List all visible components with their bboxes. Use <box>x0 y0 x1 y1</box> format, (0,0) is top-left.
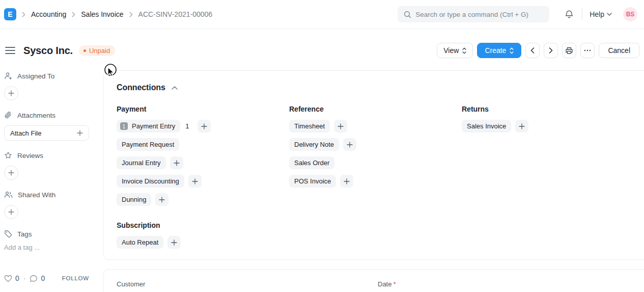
customer-field: Customer <box>117 280 378 292</box>
user-avatar[interactable]: BS <box>623 7 637 21</box>
plus-icon <box>159 197 165 203</box>
shared-with-label: Shared With <box>18 191 55 199</box>
connection-row: POS Invoice <box>289 175 462 188</box>
connection-row: Journal Entry <box>117 156 289 169</box>
plus-icon <box>344 178 350 184</box>
add-invoice-discounting-button[interactable] <box>188 175 202 188</box>
comment-count: 0 <box>41 274 45 282</box>
add-journal-entry-button[interactable] <box>170 156 183 169</box>
chevron-right-icon <box>72 12 75 17</box>
like-heart-icon[interactable] <box>4 275 12 282</box>
search-input[interactable]: Search or type a command (Ctrl + G) <box>398 6 549 22</box>
plus-icon <box>8 170 14 176</box>
assigned-to-label: Assigned To <box>17 72 54 80</box>
previous-document-button[interactable] <box>525 43 540 58</box>
group-title: Returns <box>462 105 634 113</box>
add-timesheet-button[interactable] <box>334 120 347 132</box>
add-review-button[interactable] <box>4 166 18 180</box>
add-assignment-button[interactable] <box>4 86 18 100</box>
plus-icon <box>77 130 83 136</box>
plus-icon <box>347 142 353 148</box>
print-button[interactable] <box>562 43 576 58</box>
link-payment-entry[interactable]: 1 Payment Entry <box>117 120 180 132</box>
app-logo-letter: E <box>8 10 12 18</box>
reviews-section: Reviews <box>4 151 89 180</box>
connection-row: Payment Request <box>117 138 289 151</box>
more-options-button[interactable] <box>580 43 595 58</box>
link-pos-invoice[interactable]: POS Invoice <box>289 175 336 188</box>
tag-icon <box>4 230 12 238</box>
shared-with-section: Shared With <box>4 191 89 219</box>
notifications-bell-icon[interactable] <box>565 10 574 19</box>
connections-grid: Payment 1 Payment Entry 1 Payment Reques… <box>117 105 639 211</box>
connections-group-reference: Reference Timesheet Delivery Note <box>289 105 462 211</box>
link-journal-entry[interactable]: Journal Entry <box>117 156 166 169</box>
page-header: Sysco Inc. Unpaid View Create Cancel <box>0 29 644 61</box>
page-title: Sysco Inc. <box>23 45 73 57</box>
chevron-right-icon <box>129 12 133 17</box>
link-timesheet[interactable]: Timesheet <box>289 120 330 132</box>
add-tag-input[interactable]: Add a tag ... <box>4 244 89 251</box>
connections-card: Connections Payment 1 Payment Entry 1 <box>103 70 644 260</box>
add-payment-entry-button[interactable] <box>198 120 211 132</box>
star-icon <box>4 151 12 160</box>
add-sales-invoice-return-button[interactable] <box>515 120 528 132</box>
sort-chevrons-icon <box>510 47 514 54</box>
status-dot-icon <box>83 49 86 52</box>
connection-row: Dunning <box>117 193 289 206</box>
link-dunning[interactable]: Dunning <box>117 193 151 206</box>
ellipsis-icon <box>584 49 591 51</box>
link-invoice-discounting[interactable]: Invoice Discounting <box>117 175 184 188</box>
date-field: Date* <box>378 280 639 292</box>
tags-section: Tags Add a tag ... <box>4 230 89 251</box>
add-auto-repeat-button[interactable] <box>167 236 181 249</box>
chevron-left-icon <box>530 47 535 54</box>
breadcrumb-accounting[interactable]: Accounting <box>31 10 66 18</box>
navbar-divider <box>582 8 582 20</box>
attachments-section: Attachments Attach File <box>4 111 89 141</box>
attach-file-button[interactable]: Attach File <box>4 125 89 141</box>
search-placeholder: Search or type a command (Ctrl + G) <box>415 11 528 18</box>
follow-button[interactable]: FOLLOW <box>62 275 89 281</box>
comment-bubble-icon[interactable] <box>30 275 38 282</box>
plus-icon <box>519 123 525 129</box>
add-delivery-note-button[interactable] <box>343 138 356 151</box>
create-button[interactable]: Create <box>477 43 521 58</box>
link-payment-request[interactable]: Payment Request <box>117 138 179 151</box>
cancel-button[interactable]: Cancel <box>599 43 639 58</box>
footer-separator: · <box>23 274 26 282</box>
link-auto-repeat[interactable]: Auto Repeat <box>117 236 163 249</box>
link-sales-order[interactable]: Sales Order <box>289 156 334 169</box>
group-title: Payment <box>117 105 289 113</box>
link-delivery-note[interactable]: Delivery Note <box>289 138 339 151</box>
document-sidebar: Assigned To Attachments Attach File <box>0 61 103 292</box>
connection-row: Delivery Note <box>289 138 462 151</box>
add-share-button[interactable] <box>4 205 18 219</box>
next-document-button[interactable] <box>544 43 558 58</box>
connection-row: Sales Order <box>289 156 462 169</box>
add-pos-invoice-button[interactable] <box>340 175 353 188</box>
add-dunning-button[interactable] <box>155 193 169 206</box>
status-badge: Unpaid <box>79 45 115 56</box>
assigned-to-section: Assigned To <box>4 72 89 100</box>
plus-icon <box>174 160 180 166</box>
date-field-label: Date <box>378 280 391 288</box>
link-sales-invoice-return[interactable]: Sales Invoice <box>462 120 511 132</box>
plus-icon <box>8 90 14 96</box>
printer-icon <box>565 46 573 55</box>
view-button[interactable]: View <box>437 43 473 58</box>
chevron-up-icon <box>172 86 178 90</box>
navbar: E Accounting Sales Invoice ACC-SINV-2021… <box>0 0 644 29</box>
help-menu[interactable]: Help <box>590 10 612 18</box>
plus-icon <box>201 123 207 129</box>
search-icon <box>404 11 411 18</box>
count-badge: 1 <box>120 122 128 130</box>
connection-row: Auto Repeat <box>117 236 639 249</box>
breadcrumb-sales-invoice[interactable]: Sales Invoice <box>81 10 123 18</box>
connections-header[interactable]: Connections <box>117 83 639 92</box>
sidebar-toggle-icon[interactable] <box>5 47 15 54</box>
connection-row: Invoice Discounting <box>117 175 289 188</box>
connections-group-payment: Payment 1 Payment Entry 1 Payment Reques… <box>117 105 289 211</box>
app-logo[interactable]: E <box>4 8 16 20</box>
plus-icon <box>338 123 344 129</box>
